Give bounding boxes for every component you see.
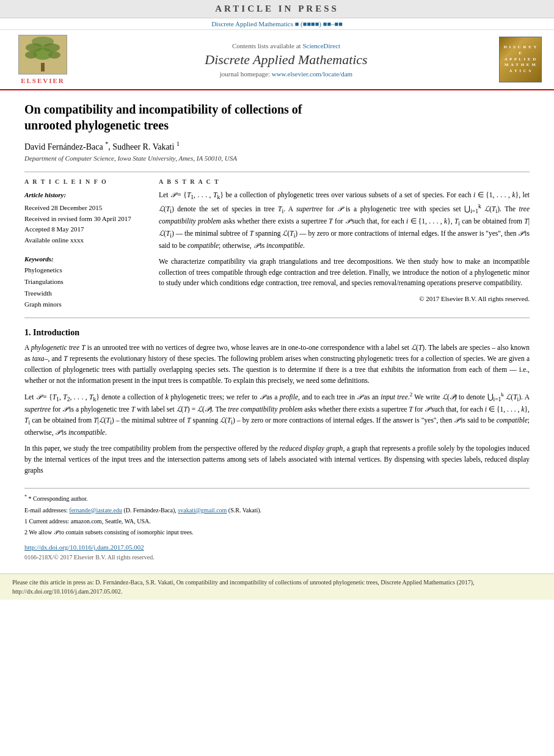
article-info-block: Article history: Received 28 December 20…	[24, 190, 147, 246]
copyright-text: © 2017 Elsevier B.V. All rights reserved…	[419, 295, 530, 302]
homepage-url[interactable]: www.elsevier.com/locate/dam	[272, 70, 352, 78]
keyword-2: Triangulations	[24, 276, 147, 288]
accepted-date: Accepted 8 May 2017	[24, 224, 147, 235]
doi-numbers: ■ (■■■■) ■■–■■	[295, 20, 343, 27]
keyword-4: Graph minors	[24, 299, 147, 310]
sciencedirect-link: Contents lists available at ScienceDirec…	[73, 42, 499, 49]
abstract-col: A B S T R A C T Let 𝒫 = {T1, . . . , Tk}…	[159, 178, 530, 310]
email-label: E-mail addresses:	[24, 507, 68, 514]
authors-names: David Fernández-Baca *, Sudheer R. Vakat…	[24, 142, 180, 151]
divider-1	[24, 172, 530, 172]
two-col-section: A R T I C L E I N F O Article history: R…	[24, 178, 530, 310]
article-info-label: A R T I C L E I N F O	[24, 178, 147, 185]
elsevier-tree-svg	[19, 35, 67, 74]
page: ARTICLE IN PRESS Discrete Applied Mathem…	[0, 0, 554, 756]
doi-link[interactable]: http://dx.doi.org/10.1016/j.dam.2017.05.…	[24, 542, 530, 553]
footnotes-section: * * Corresponding author. E-mail address…	[24, 488, 530, 562]
abstract-text: Let 𝒫 = {T1, . . . , Tk} be a collection…	[159, 190, 530, 305]
abstract-label: A B S T R A C T	[159, 178, 530, 185]
keyword-1: Phylogenetics	[24, 264, 147, 276]
section-1-para1: A phylogenetic tree T is an unrooted tre…	[24, 343, 530, 386]
journal-header: ELSEVIER Contents lists available at Sci…	[0, 30, 554, 90]
article-info-col: A R T I C L E I N F O Article history: R…	[24, 178, 147, 310]
star-footnote-text: * Corresponding author.	[29, 496, 88, 503]
revised-date: Received in revised form 30 April 2017	[24, 214, 147, 225]
online-date: Available online xxxx	[24, 235, 147, 246]
svg-rect-4	[41, 63, 45, 71]
logo-right-text: D I S C R E T EA P P L I E DM A T H E M …	[502, 45, 539, 75]
doi-bar: Discrete Applied Mathematics ■ (■■■■) ■■…	[0, 18, 554, 30]
article-title: On compatibility and incompatibility of …	[24, 101, 530, 133]
received-date: Received 28 December 2015	[24, 203, 147, 214]
divider-2	[24, 318, 530, 318]
main-content: On compatibility and incompatibility of …	[0, 90, 554, 573]
section-1-para2: Let 𝒫 = {T1, T2, . . . , Tk} denote a co…	[24, 391, 530, 438]
article-title-text: On compatibility and incompatibility of …	[24, 103, 302, 132]
elsevier-label: ELSEVIER	[21, 77, 65, 84]
email1-name: (D. Fernández-Baca),	[123, 507, 176, 514]
journal-title-text: Discrete Applied Mathematics	[73, 52, 499, 68]
star-footnote-sup: *	[24, 494, 27, 500]
article-in-press-banner: ARTICLE IN PRESS	[0, 0, 554, 18]
journal-logo-right: D I S C R E T EA P P L I E DM A T H E M …	[499, 37, 542, 82]
star-footnote: * * Corresponding author.	[24, 493, 530, 504]
doi-journal: Discrete Applied Mathematics	[211, 20, 293, 27]
journal-homepage: journal homepage: www.elsevier.com/locat…	[73, 70, 499, 78]
email1-link[interactable]: fernande@iastate.edu	[69, 507, 122, 514]
abstract-para2: We characterize compatibility via graph …	[159, 256, 530, 289]
email-footnote: E-mail addresses: fernande@iastate.edu (…	[24, 506, 530, 515]
affiliation: Department of Computer Science, Iowa Sta…	[24, 154, 530, 162]
author-sup: 1	[177, 140, 180, 147]
elsevier-tree-image	[18, 35, 67, 75]
keywords-label: Keywords:	[24, 253, 147, 265]
star-sup: *	[105, 140, 108, 147]
contents-label: Contents lists available at	[232, 42, 301, 49]
svg-point-7	[33, 48, 53, 60]
sciencedirect-anchor[interactable]: ScienceDirect	[302, 42, 340, 49]
authors-line: David Fernández-Baca *, Sudheer R. Vakat…	[24, 140, 530, 152]
bottom-bar-text: Please cite this article in press as: D.…	[12, 579, 475, 595]
copyright: © 2017 Elsevier B.V. All rights reserved…	[159, 294, 530, 304]
email2-name: (S.R. Vakati).	[228, 507, 261, 514]
journal-center: Contents lists available at ScienceDirec…	[73, 42, 499, 78]
bottom-bar: Please cite this article in press as: D.…	[0, 573, 554, 600]
history-label: Article history:	[24, 190, 147, 201]
section-1: 1. Introduction A phylogenetic tree T is…	[24, 328, 530, 476]
homepage-label: journal homepage:	[220, 70, 270, 78]
section-1-heading: 1. Introduction	[24, 328, 530, 338]
email2-link[interactable]: svakati@gmail.com	[178, 507, 227, 514]
section-1-para3: In this paper, we study the tree compati…	[24, 443, 530, 476]
issn-line: 0166-218X/© 2017 Elsevier B.V. All right…	[24, 553, 530, 562]
keyword-3: Treewidth	[24, 288, 147, 299]
fn1: 1 Current address: amazon.com, Seattle, …	[24, 517, 530, 526]
abstract-para1: Let 𝒫 = {T1, . . . , Tk} be a collection…	[159, 190, 530, 252]
keywords-block: Keywords: Phylogenetics Triangulations T…	[24, 253, 147, 310]
fn2: 2 We allow 𝒫 to contain subsets consisti…	[24, 528, 530, 537]
elsevier-logo: ELSEVIER	[12, 35, 73, 84]
banner-text: ARTICLE IN PRESS	[215, 4, 339, 13]
